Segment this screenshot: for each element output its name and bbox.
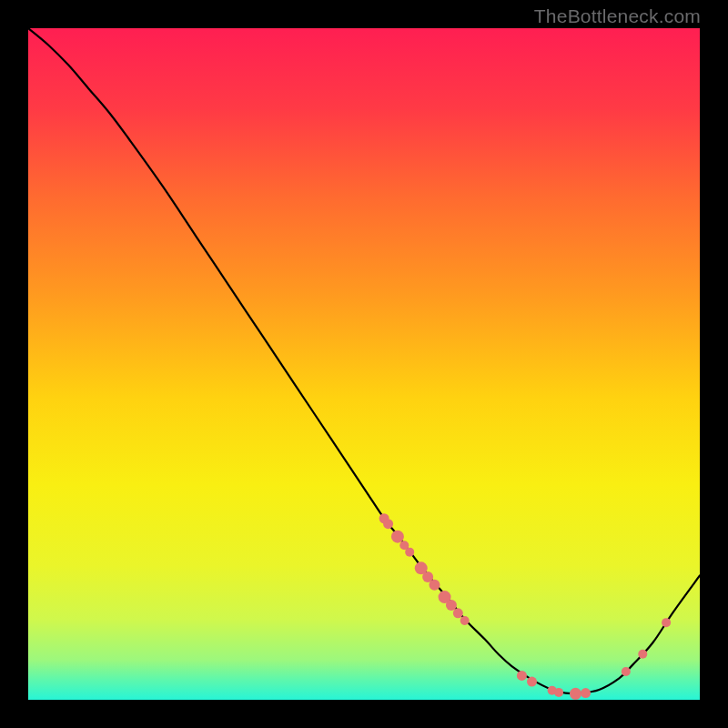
highlight-point — [554, 688, 563, 697]
highlight-point — [405, 548, 414, 557]
highlight-point — [581, 688, 591, 698]
highlight-point — [662, 618, 671, 627]
watermark-text: TheBottleneck.com — [534, 5, 701, 27]
chart-container: TheBottleneck.com — [0, 0, 728, 728]
highlight-point — [391, 531, 404, 543]
highlight-point — [446, 600, 457, 611]
chart-background — [28, 28, 700, 700]
highlight-point — [460, 616, 470, 625]
highlight-point — [517, 671, 527, 681]
highlight-point — [570, 688, 581, 700]
highlight-point — [383, 519, 393, 529]
highlight-point — [527, 677, 537, 687]
highlight-point — [453, 608, 463, 618]
highlight-point — [622, 667, 631, 676]
highlight-point — [429, 580, 440, 591]
plot-area — [28, 28, 700, 700]
highlight-point — [638, 650, 647, 659]
chart-svg — [28, 28, 700, 700]
